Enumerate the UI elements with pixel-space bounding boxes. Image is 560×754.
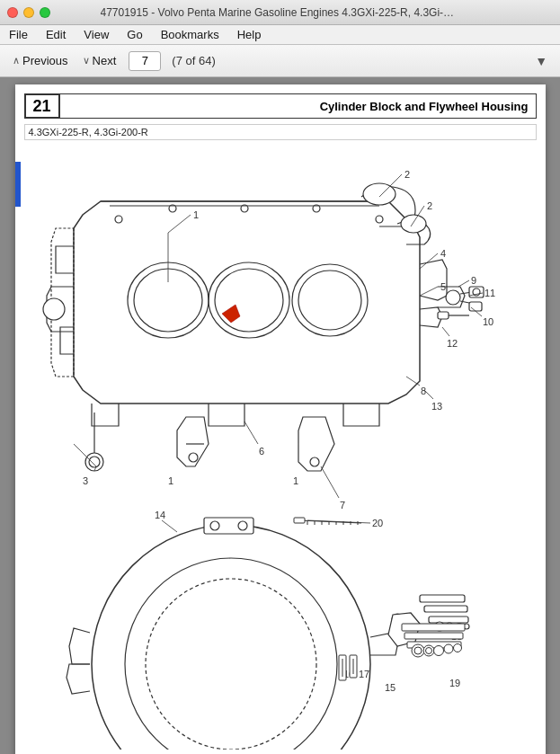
svg-line-40 xyxy=(321,466,339,498)
svg-text:2: 2 xyxy=(427,200,432,211)
svg-rect-94 xyxy=(402,624,465,631)
svg-point-101 xyxy=(433,646,443,656)
svg-point-17 xyxy=(43,298,65,320)
menu-view[interactable]: View xyxy=(80,26,112,43)
svg-point-15 xyxy=(189,453,198,462)
svg-text:17: 17 xyxy=(359,669,369,679)
svg-text:12: 12 xyxy=(447,338,458,349)
menu-bar: File Edit View Go Bookmarks Help xyxy=(0,25,560,45)
svg-point-12 xyxy=(401,215,426,233)
svg-text:15: 15 xyxy=(385,682,396,693)
svg-text:10: 10 xyxy=(483,316,493,327)
previous-label: Previous xyxy=(22,54,68,67)
svg-text:4: 4 xyxy=(440,248,446,259)
previous-button[interactable]: ∧ Previous xyxy=(7,51,74,70)
svg-text:1: 1 xyxy=(168,475,173,486)
chevron-down-icon: ∨ xyxy=(83,55,90,67)
maximize-button[interactable] xyxy=(40,7,50,18)
pdf-page: 21 Cylinder Block and Flywheel Housing 4… xyxy=(15,84,546,754)
minimize-button[interactable] xyxy=(23,7,34,18)
svg-point-11 xyxy=(363,183,396,205)
svg-rect-68 xyxy=(420,595,465,602)
svg-text:19: 19 xyxy=(449,678,460,688)
svg-point-60 xyxy=(210,521,219,530)
technical-diagram: 1 2 2 3 4 xyxy=(29,147,532,750)
svg-rect-19 xyxy=(438,312,449,319)
menu-bookmarks[interactable]: Bookmarks xyxy=(157,26,223,43)
svg-line-25 xyxy=(168,215,191,233)
svg-text:2: 2 xyxy=(404,169,410,180)
svg-rect-85 xyxy=(294,518,305,523)
page-title: Cylinder Block and Flywheel Housing xyxy=(60,93,537,119)
svg-line-75 xyxy=(162,520,177,532)
svg-point-6 xyxy=(115,216,122,223)
svg-rect-95 xyxy=(404,633,463,639)
svg-point-57 xyxy=(125,558,337,750)
diagram-container: 1 2 2 3 4 xyxy=(24,147,537,750)
toolbar-dropdown-icon[interactable]: ▼ xyxy=(529,52,553,70)
next-button[interactable]: ∨ Next xyxy=(77,51,122,70)
traffic-lights xyxy=(7,7,50,18)
svg-rect-70 xyxy=(429,617,468,623)
page-number: 21 xyxy=(24,93,60,119)
page-number-input[interactable] xyxy=(129,51,161,71)
svg-text:5: 5 xyxy=(440,281,446,292)
blue-accent xyxy=(15,162,21,207)
next-label: Next xyxy=(93,54,117,67)
svg-rect-21 xyxy=(469,302,482,311)
svg-text:14: 14 xyxy=(155,510,165,520)
svg-text:9: 9 xyxy=(471,275,476,286)
page-subtitle: 4.3GXi-225-R, 4.3Gi-200-R xyxy=(24,124,537,140)
menu-edit[interactable]: Edit xyxy=(42,26,69,43)
close-button[interactable] xyxy=(7,7,18,18)
svg-point-58 xyxy=(146,579,316,750)
svg-line-36 xyxy=(420,287,438,296)
menu-file[interactable]: File xyxy=(5,26,31,43)
svg-text:11: 11 xyxy=(484,288,495,298)
menu-help[interactable]: Help xyxy=(234,26,265,43)
page-header: 21 Cylinder Block and Flywheel Housing xyxy=(24,93,537,119)
svg-marker-23 xyxy=(222,305,240,323)
svg-text:3: 3 xyxy=(83,475,88,486)
toolbar: ∧ Previous ∨ Next (7 of 64) ▼ xyxy=(0,45,560,77)
window-title: 47701915 - Volvo Penta Marine Gasoline E… xyxy=(101,6,460,19)
title-bar: 47701915 - Volvo Penta Marine Gasoline E… xyxy=(0,0,560,25)
svg-point-102 xyxy=(444,644,453,653)
svg-line-42 xyxy=(406,377,420,386)
svg-point-13 xyxy=(85,453,103,471)
svg-line-50 xyxy=(442,327,449,336)
svg-point-61 xyxy=(238,521,247,530)
svg-text:13: 13 xyxy=(431,401,442,412)
svg-text:6: 6 xyxy=(259,446,264,457)
svg-line-44 xyxy=(458,280,469,287)
chevron-up-icon: ∧ xyxy=(13,55,20,67)
page-count: (7 of 64) xyxy=(172,54,215,67)
svg-point-3 xyxy=(215,269,283,332)
svg-point-4 xyxy=(292,264,368,336)
svg-text:1: 1 xyxy=(193,209,199,220)
svg-point-97 xyxy=(412,644,424,657)
svg-line-38 xyxy=(244,421,258,444)
svg-rect-69 xyxy=(424,606,467,612)
menu-go[interactable]: Go xyxy=(123,26,146,43)
svg-point-10 xyxy=(376,216,383,223)
svg-point-103 xyxy=(453,644,461,652)
svg-point-2 xyxy=(209,262,289,338)
svg-text:7: 7 xyxy=(340,500,345,510)
content-area: 21 Cylinder Block and Flywheel Housing 4… xyxy=(0,77,560,754)
svg-text:1: 1 xyxy=(293,475,298,486)
svg-point-18 xyxy=(446,290,460,305)
svg-point-16 xyxy=(310,457,319,466)
svg-text:20: 20 xyxy=(372,518,383,528)
svg-point-5 xyxy=(298,271,361,330)
svg-point-99 xyxy=(423,645,434,656)
